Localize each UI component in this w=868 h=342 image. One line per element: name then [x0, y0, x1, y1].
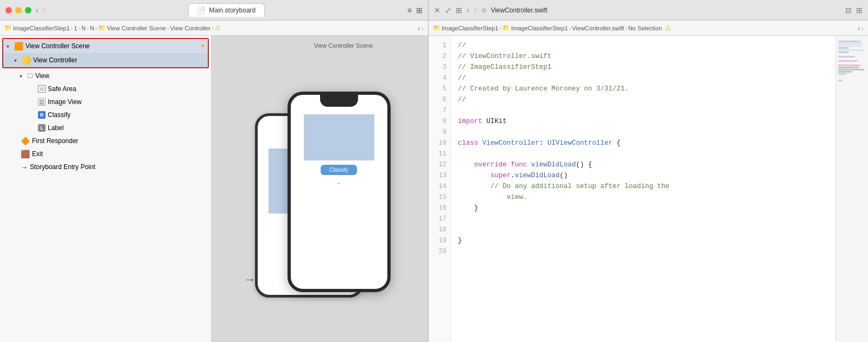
right-grid-icon[interactable]: ⊞	[456, 6, 462, 15]
right-expand-icon[interactable]: ⤢	[445, 6, 451, 15]
phone-label: _	[337, 178, 340, 184]
classify-label: Classify	[48, 111, 71, 119]
responder-label: First Responder	[32, 137, 78, 145]
line-num-3: 3	[429, 62, 446, 73]
code-line-9	[458, 127, 829, 138]
nav-forward[interactable]: ›	[43, 5, 46, 15]
line-num-10: 10	[429, 138, 446, 149]
breadcrumb-n2[interactable]: N	[90, 25, 94, 31]
line-num-7: 7	[429, 105, 446, 116]
breadcrumb-n1[interactable]: N	[81, 25, 86, 31]
tree-item-view[interactable]: ▾ ☐ View	[0, 69, 211, 82]
code-line-4: //	[458, 73, 829, 83]
line-num-6: 6	[429, 94, 446, 105]
tree-item-classify[interactable]: B Classify	[0, 108, 211, 121]
breadcrumb-project[interactable]: ImageClassifierStep1	[13, 25, 70, 31]
tree-item-label[interactable]: L Label	[0, 121, 211, 134]
storyboard-tab[interactable]: 📄 Main.storyboard	[188, 3, 265, 17]
code-line-2: // ViewController.swift	[458, 51, 829, 62]
responder-icon: 🔶	[21, 137, 30, 145]
code-content[interactable]: // // ViewController.swift // ImageClass…	[451, 36, 835, 342]
tree-item-exit[interactable]: 🟫 Exit	[2, 147, 211, 160]
breadcrumb-folder-icon: 📁	[4, 24, 12, 31]
code-line-12: override func viewDidLoad() {	[458, 159, 829, 170]
tree-item-entry-point[interactable]: → Storyboard Entry Point	[2, 160, 211, 173]
safe-label: Safe Area	[48, 85, 76, 93]
classify-icon: B	[38, 111, 46, 119]
code-line-17	[458, 214, 829, 224]
minimap	[835, 36, 868, 342]
right-forward-icon[interactable]: ›	[474, 5, 476, 15]
window-buttons	[5, 7, 31, 14]
code-line-11	[458, 149, 829, 159]
tree-panel: ▾ 🟧 View Controller Scene • ▾ 🟡 View Con…	[0, 36, 212, 342]
entry-point-arrow: →	[244, 273, 256, 287]
vc-chevron: ▾	[14, 57, 22, 63]
rb-nav-next[interactable]: ›	[861, 24, 864, 33]
tree-item-first-responder[interactable]: 🔶 First Responder	[2, 134, 211, 147]
front-phone: Classify _	[288, 92, 391, 292]
rb-selection: No Selection	[628, 25, 662, 31]
tree-item-image-view[interactable]: 🖼 Image View	[0, 95, 211, 108]
vcs-icon: 🟧	[14, 42, 23, 50]
right-inspector-icon[interactable]: ⊟	[845, 6, 852, 15]
view-chevron: ▾	[20, 73, 27, 79]
code-editor: 1 2 3 4 5 6 7 8 9 10 11 12 13 14	[429, 36, 868, 342]
rb-file[interactable]: ViewController.swift	[572, 25, 624, 31]
tree-item-safe-area[interactable]: ⊡ Safe Area	[0, 82, 211, 95]
rb-project[interactable]: ImageClassifierStep1	[442, 25, 499, 31]
code-line-18	[458, 224, 829, 235]
nav-back[interactable]: ‹	[36, 5, 39, 15]
menu-icon[interactable]: ≡	[407, 6, 412, 15]
right-close-icon[interactable]: ✕	[434, 6, 441, 15]
right-back-icon[interactable]: ‹	[467, 5, 469, 15]
right-file-title: ViewController.swift	[491, 7, 841, 14]
exit-icon: 🟫	[21, 150, 30, 158]
line-num-16: 16	[429, 203, 446, 214]
code-line-13: super.viewDidLoad()	[458, 170, 829, 181]
tree-item-vc[interactable]: ▾ 🟡 View Controller	[3, 53, 208, 67]
safe-icon: ⊡	[38, 85, 46, 93]
line-num-8: 8	[429, 116, 446, 127]
rb-warning: ⚠	[665, 24, 672, 32]
breadcrumb-vc[interactable]: View Controller	[170, 25, 210, 31]
line-numbers: 1 2 3 4 5 6 7 8 9 10 11 12 13 14	[429, 36, 451, 342]
line-num-1: 1	[429, 40, 446, 51]
line-num-9: 9	[429, 127, 446, 138]
code-line-5: // Created by Laurence Moroney on 3/31/2…	[458, 83, 829, 94]
right-split-icon[interactable]: ⊞	[856, 6, 863, 15]
right-panel: ✕ ⤢ ⊞ ‹ › ⊘ ViewController.swift ⊟ ⊞ 📁 I…	[429, 0, 868, 342]
line-num-12: 12	[429, 159, 446, 170]
tree-item-vcs[interactable]: ▾ 🟧 View Controller Scene •	[3, 39, 208, 53]
file-icon: 📄	[197, 7, 206, 14]
maximize-button[interactable]	[25, 7, 31, 14]
code-line-20	[458, 246, 829, 257]
left-titlebar: ‹ › 📄 Main.storyboard ≡ ⊞	[0, 0, 428, 21]
exit-label: Exit	[32, 150, 43, 158]
code-line-6: //	[458, 94, 829, 105]
line-num-19: 19	[429, 235, 446, 246]
vcs-dot: •	[201, 41, 205, 52]
split-icon[interactable]: ⊞	[416, 6, 423, 15]
left-breadcrumb: 📁 ImageClassifierStep1 › 1 › N › N › 📁 V…	[0, 21, 428, 36]
line-num-5: 5	[429, 83, 446, 94]
line-num-15: 15	[429, 192, 446, 203]
rb-nav-prev[interactable]: ‹	[858, 24, 860, 33]
label-tree-label: Label	[48, 124, 63, 132]
breadcrumb-1[interactable]: 1	[74, 25, 77, 31]
phone-image-view	[304, 114, 374, 160]
code-line-8: import UIKit	[458, 116, 829, 127]
storyboard-tab-label: Main.storyboard	[209, 7, 256, 14]
canvas-area: View Controller Scene UIImageVie...	[212, 36, 428, 342]
breadcrumb-nav-next[interactable]: ›	[421, 24, 424, 33]
close-button[interactable]	[5, 7, 12, 14]
rb-group[interactable]: ImageClassifierStep1	[511, 25, 568, 31]
breadcrumb-nav-prev[interactable]: ‹	[418, 24, 420, 33]
right-titlebar: ✕ ⤢ ⊞ ‹ › ⊘ ViewController.swift ⊟ ⊞	[429, 0, 868, 21]
breadcrumb-vcs[interactable]: View Controller Scene	[107, 25, 166, 31]
minimize-button[interactable]	[15, 7, 22, 14]
phone-classify-button: Classify	[321, 165, 357, 175]
line-num-13: 13	[429, 170, 446, 181]
line-num-11: 11	[429, 149, 446, 159]
image-icon: 🖼	[38, 98, 46, 106]
